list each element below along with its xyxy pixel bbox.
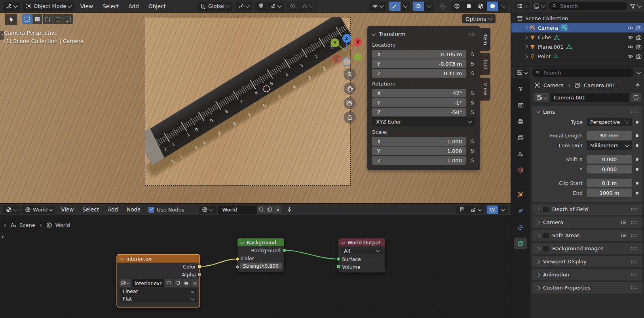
render-visibility-icon[interactable] <box>636 53 642 59</box>
select-mode-invert-button[interactable] <box>53 14 63 24</box>
background-images-checkbox[interactable] <box>543 246 549 251</box>
panel-grip[interactable] <box>631 247 638 250</box>
lock-rotation-y-button[interactable] <box>469 100 475 105</box>
tab-scene[interactable] <box>514 148 527 159</box>
pin-button[interactable] <box>284 206 295 214</box>
lock-scale-z-button[interactable] <box>469 158 475 163</box>
falloff-dropdown[interactable] <box>299 2 315 11</box>
snap-settings-dropdown[interactable] <box>267 2 284 11</box>
pan-button[interactable] <box>344 82 356 95</box>
node-overlays-button[interactable] <box>487 206 498 214</box>
env-color-output-socket[interactable] <box>198 265 201 268</box>
depth-of-field-checkbox[interactable] <box>543 207 549 212</box>
tab-object[interactable] <box>514 189 527 200</box>
show-hide-dropdown[interactable] <box>369 2 386 11</box>
safe-areas-panel[interactable]: Safe Areas <box>532 230 642 241</box>
editor-type-button[interactable] <box>3 2 20 11</box>
animation-panel[interactable]: Animation <box>532 269 642 280</box>
camera-data-name-field[interactable]: Camera.001 <box>551 93 629 102</box>
properties-editor-type-button[interactable] <box>515 69 530 77</box>
camera-panel[interactable]: Camera <box>532 217 642 228</box>
tab-view-layer[interactable] <box>514 132 527 143</box>
image-unlink-button[interactable]: × <box>191 279 199 287</box>
background-node-header[interactable]: Background <box>237 238 284 246</box>
tab-render[interactable] <box>514 99 527 110</box>
node-background[interactable]: Background Background Color Strength 0.8… <box>237 238 284 272</box>
gizmo-minus-x-ball[interactable] <box>333 55 341 63</box>
outliner-search[interactable] <box>549 2 627 10</box>
background-output-socket[interactable] <box>282 248 286 252</box>
lock-view-button[interactable] <box>344 111 356 124</box>
node-snap-toggle[interactable] <box>456 206 467 214</box>
tab-tool[interactable] <box>514 83 527 94</box>
world-output-node-header[interactable]: World Output <box>338 238 385 246</box>
properties-search-input[interactable] <box>543 69 630 76</box>
rotation-z-field[interactable]: Z-50° <box>372 108 466 116</box>
focal-length-field[interactable]: 60 mm <box>587 131 632 140</box>
lock-location-x-button[interactable] <box>469 52 475 57</box>
tab-constraints[interactable] <box>514 221 527 232</box>
breadcrumb-data[interactable]: Camera.001 <box>584 82 616 88</box>
expand-icon[interactable] <box>523 25 528 30</box>
node-environment-texture[interactable]: interior.exr Color Alpha interior.exr × … <box>117 255 199 307</box>
select-mode-new-button[interactable] <box>22 14 32 24</box>
custom-properties-panel[interactable]: Custom Properties <box>532 282 642 293</box>
panel-grip[interactable] <box>631 221 638 224</box>
zoom-button[interactable] <box>344 68 356 80</box>
fake-user-button[interactable] <box>257 206 265 213</box>
panel-grip[interactable] <box>631 286 638 289</box>
projection-dropdown[interactable]: Flat <box>120 295 197 302</box>
env-alpha-output-socket[interactable] <box>198 272 201 276</box>
location-x-field[interactable]: X-0.105 m <box>372 50 466 59</box>
outliner-display-mode-dropdown[interactable] <box>515 2 530 10</box>
render-visibility-icon[interactable] <box>636 44 642 50</box>
surface-input-socket[interactable] <box>336 257 340 261</box>
shift-x-field[interactable]: 0.000 <box>587 155 632 164</box>
hide-eye-icon[interactable] <box>627 53 633 59</box>
presets-list-icon[interactable] <box>621 232 627 238</box>
env-node-header[interactable]: interior.exr <box>117 255 199 263</box>
node-editor-type-button[interactable] <box>3 206 20 214</box>
viewport-canvas[interactable]: 11 10 9 8 7 6 5 4 3 2 1 11 10 9 8 7 6 5 … <box>0 13 511 203</box>
animate-dot[interactable] <box>636 158 638 161</box>
rotation-x-field[interactable]: X47° <box>372 89 466 97</box>
unlink-datablock-button[interactable]: × <box>274 206 281 213</box>
rotation-y-field[interactable]: Y-1° <box>372 98 466 107</box>
image-open-button[interactable] <box>182 279 190 287</box>
render-visibility-icon[interactable] <box>636 34 642 40</box>
panel-grip[interactable] <box>631 273 638 276</box>
shading-rendered-button[interactable] <box>487 2 498 11</box>
tab-world[interactable] <box>514 164 527 175</box>
sidebar-tab-item[interactable]: Item <box>480 28 490 51</box>
hide-eye-icon[interactable] <box>627 44 633 50</box>
hide-eye-icon[interactable] <box>627 34 633 40</box>
scale-y-field[interactable]: Y1.000 <box>372 147 466 155</box>
sidebar-tab-tool[interactable]: Tool <box>480 53 490 75</box>
menu-view[interactable]: View <box>77 3 96 10</box>
image-name-field[interactable]: interior.exr <box>132 279 164 287</box>
node-menu-add[interactable]: Add <box>104 206 121 213</box>
xray-toggle-button[interactable] <box>437 2 448 11</box>
select-mode-extend-button[interactable] <box>32 14 42 24</box>
shading-solid-button[interactable] <box>463 2 475 11</box>
lock-scale-x-button[interactable] <box>469 139 475 144</box>
node-world-output[interactable]: World Output All Surface Volume <box>338 238 385 272</box>
clip-end-field[interactable]: 1000 m <box>587 189 632 197</box>
overlays-settings-dropdown[interactable] <box>425 2 433 11</box>
hide-eye-icon[interactable] <box>627 25 633 31</box>
world-datablock-dropdown[interactable] <box>199 206 216 214</box>
animate-dot[interactable] <box>636 121 638 124</box>
depth-of-field-panel[interactable]: Depth of Field <box>532 204 642 215</box>
image-copy-button[interactable] <box>174 279 182 287</box>
object-mode-dropdown[interactable]: Object Mode <box>23 2 74 11</box>
render-visibility-icon[interactable] <box>636 25 642 31</box>
location-y-field[interactable]: Y-0.073 m <box>372 59 466 68</box>
menu-object[interactable]: Object <box>145 3 169 10</box>
select-mode-subtract-button[interactable] <box>43 14 53 24</box>
properties-search[interactable] <box>532 69 634 77</box>
lock-location-z-button[interactable] <box>469 71 475 76</box>
node-menu-view[interactable]: View <box>58 206 77 213</box>
lock-scale-y-button[interactable] <box>469 149 475 153</box>
world-name-field[interactable]: World <box>218 206 257 214</box>
pivot-point-dropdown[interactable] <box>236 2 252 11</box>
